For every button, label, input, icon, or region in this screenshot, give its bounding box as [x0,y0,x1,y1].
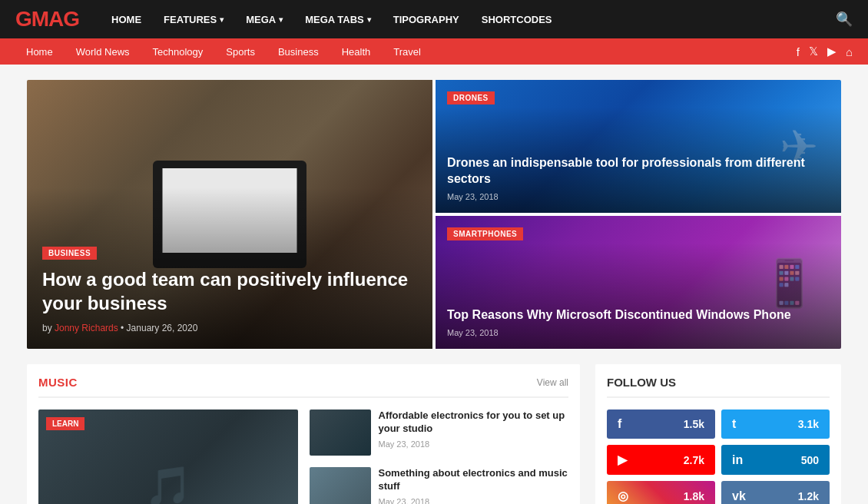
music-thumb-1 [310,410,371,456]
music-item-2-title: Something about electronics and music st… [379,467,569,493]
youtube-icon[interactable]: ▶ [827,45,837,58]
twitter-follow-button[interactable]: t 3.1k [721,410,830,439]
nav-features[interactable]: FEATURES ▾ [154,8,233,32]
drones-content: Drones an indispensable tool for profess… [436,144,841,213]
sub-nav-links: Home World News Technology Sports Busine… [15,41,797,62]
music-section-title: MUSIC [38,376,78,389]
subnav-travel[interactable]: Travel [383,41,432,62]
nav-mega[interactable]: MEGA ▾ [237,8,292,32]
music-item-1-content: Affordable electronics for you to set up… [379,410,569,456]
featured-grid: BUSINESS How a good team can positively … [27,80,841,349]
featured-smartphones-article[interactable]: SMARTPHONES Top Reasons Why Microsoft Di… [436,216,841,349]
music-item-2-content: Something about electronics and music st… [379,467,569,504]
music-grid: LEARN Affordable electronics for you to … [38,410,568,504]
music-featured-image[interactable]: LEARN [38,410,298,504]
drones-title: Drones an indispensable tool for profess… [447,155,830,187]
vk-count: 1.2k [798,490,819,502]
facebook-follow-button[interactable]: f 1.5k [607,410,715,439]
subnav-sports[interactable]: Sports [215,41,266,62]
nav-mega-tabs[interactable]: MEGA TABS ▾ [296,8,380,32]
search-icon[interactable]: 🔍 [836,11,853,28]
nav-typography[interactable]: TIPOGRAPHY [384,8,469,32]
featured-left-title: How a good team can positively influence… [42,267,417,315]
music-item-2-date: May 23, 2018 [379,497,569,504]
instagram-count: 1.8k [684,490,704,502]
list-item[interactable]: Affordable electronics for you to set up… [310,410,569,456]
subnav-business[interactable]: Business [267,41,330,62]
youtube-follow-button[interactable]: ▶ 2.7k [607,445,715,475]
drones-tag: DRONES [447,91,495,104]
subnav-health[interactable]: Health [331,41,382,62]
facebook-icon[interactable]: f [797,45,800,58]
smartphones-content: Top Reasons Why Microsoft Discontinued W… [436,296,841,349]
featured-left-content: BUSINESS How a good team can positively … [27,230,432,349]
instagram-follow-icon: ◎ [618,489,628,503]
list-item[interactable]: Something about electronics and music st… [310,467,569,504]
social-buttons-grid: f 1.5k t 3.1k ▶ 2.7k in 500 ◎ 1.8k [607,410,830,504]
featured-left-author[interactable]: Jonny Richards [55,323,118,333]
music-learn-tag: LEARN [46,417,84,430]
mega-chevron-icon: ▾ [279,15,283,24]
megatabs-chevron-icon: ▾ [367,15,371,24]
linkedin-follow-icon: in [732,453,743,467]
featured-drones-article[interactable]: DRONES Drones an indispensable tool for … [436,80,841,213]
bottom-section: MUSIC View all LEARN Affordable electron… [27,364,841,504]
sub-navigation: Home World News Technology Sports Busine… [0,38,868,65]
linkedin-follow-button[interactable]: in 500 [721,445,830,475]
drones-date: May 23, 2018 [447,192,830,201]
featured-left-tag: BUSINESS [42,247,97,260]
rss-icon[interactable]: ⌂ [846,45,853,58]
youtube-follow-icon: ▶ [618,453,627,467]
music-item-1-date: May 23, 2018 [379,439,569,449]
features-chevron-icon: ▾ [220,15,224,24]
smartphones-date: May 23, 2018 [447,328,830,337]
follow-us-title: FOLLOW US [607,376,830,398]
subnav-technology[interactable]: Technology [142,41,214,62]
featured-left-article[interactable]: BUSINESS How a good team can positively … [27,80,432,349]
smartphones-title: Top Reasons Why Microsoft Discontinued W… [447,307,830,323]
facebook-count: 1.5k [684,418,704,430]
site-logo[interactable]: GMAG [15,7,79,32]
music-section: MUSIC View all LEARN Affordable electron… [27,364,580,504]
instagram-follow-button[interactable]: ◎ 1.8k [607,481,715,504]
nav-shortcodes[interactable]: SHORTCODES [472,8,562,32]
featured-left-meta: by Jonny Richards • January 26, 2020 [42,323,417,333]
subnav-home[interactable]: Home [15,41,64,62]
music-item-1-title: Affordable electronics for you to set up… [379,410,569,436]
youtube-count: 2.7k [684,454,704,466]
twitter-count: 3.1k [798,418,819,430]
follow-us-section: FOLLOW US f 1.5k t 3.1k ▶ 2.7k in 500 [595,364,841,504]
nav-home[interactable]: HOME [102,8,151,32]
top-navigation: GMAG HOME FEATURES ▾ MEGA ▾ MEGA TABS ▾ … [0,0,868,38]
twitter-follow-icon: t [732,417,736,431]
music-view-all[interactable]: View all [537,377,568,388]
music-section-header: MUSIC View all [38,376,568,398]
main-content: BUSINESS How a good team can positively … [19,80,849,504]
facebook-follow-icon: f [618,417,621,431]
featured-left-date: January 26, 2020 [127,323,198,333]
logo-letter-red: G [15,7,31,31]
subnav-world-news[interactable]: World News [65,41,141,62]
twitter-icon[interactable]: 𝕏 [809,45,818,58]
vk-follow-button[interactable]: vk 1.2k [721,481,830,504]
vk-follow-icon: vk [732,489,746,503]
music-thumb-2 [310,467,371,504]
smartphones-tag: SMARTPHONES [447,227,523,240]
social-icons-bar: f 𝕏 ▶ ⌂ [797,45,853,58]
featured-right-column: DRONES Drones an indispensable tool for … [436,80,841,349]
logo-letter-rest: MAG [31,7,79,31]
music-article-list: Affordable electronics for you to set up… [310,410,569,504]
nav-links-container: HOME FEATURES ▾ MEGA ▾ MEGA TABS ▾ TIPOG… [102,8,836,32]
linkedin-count: 500 [801,454,819,466]
